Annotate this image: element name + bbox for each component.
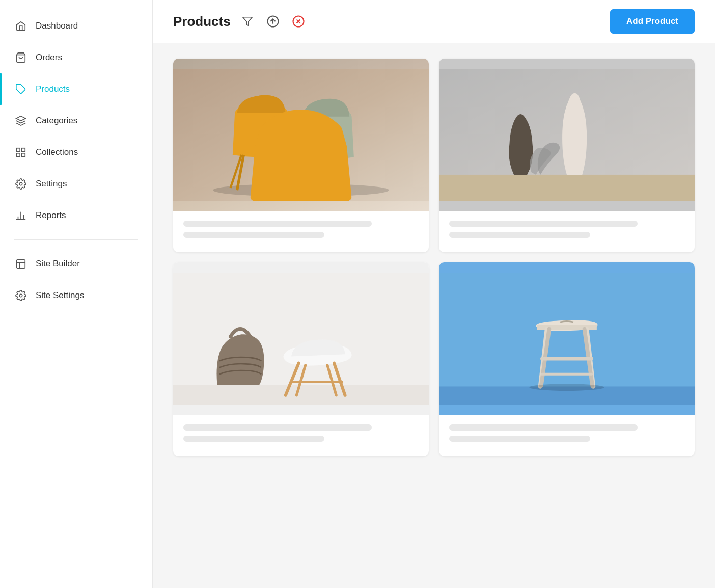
- tag-icon: [14, 83, 28, 96]
- svg-rect-32: [439, 175, 695, 201]
- svg-point-15: [19, 294, 22, 297]
- product-image-2: [439, 59, 695, 211]
- product-image-3: [173, 262, 429, 415]
- svg-rect-34: [173, 385, 429, 405]
- sidebar-item-site-settings[interactable]: Site Settings: [0, 280, 152, 311]
- sidebar-label-site-builder: Site Builder: [36, 259, 80, 269]
- product-title-1: [183, 221, 372, 227]
- svg-rect-23: [173, 69, 429, 201]
- sidebar-label-orders: Orders: [36, 52, 62, 63]
- layout-icon: [14, 257, 28, 271]
- sidebar-label-settings: Settings: [36, 179, 67, 189]
- svg-marker-2: [16, 116, 25, 121]
- sidebar-label-site-settings: Site Settings: [36, 290, 84, 301]
- sidebar-divider: [14, 239, 138, 240]
- svg-line-28: [281, 155, 290, 187]
- sidebar-label-reports: Reports: [36, 210, 66, 221]
- page-title: Products: [173, 14, 231, 30]
- svg-line-26: [279, 155, 284, 190]
- sidebar-item-categories[interactable]: Categories: [0, 105, 152, 137]
- export-button[interactable]: [264, 13, 282, 30]
- sidebar-item-products[interactable]: Products: [0, 73, 152, 105]
- product-grid: [153, 43, 715, 471]
- product-card-4[interactable]: [439, 262, 695, 456]
- gear-icon: [14, 177, 28, 191]
- svg-rect-4: [22, 148, 25, 151]
- gear-outline-icon: [14, 289, 28, 302]
- add-product-button[interactable]: Add Product: [610, 9, 695, 34]
- product-info-4: [439, 415, 695, 456]
- sidebar-item-collections[interactable]: Collections: [0, 137, 152, 168]
- product-info-1: [173, 211, 429, 252]
- filter-button[interactable]: [239, 13, 256, 30]
- main-content: Products: [153, 0, 715, 588]
- product-card-1[interactable]: [173, 59, 429, 252]
- cart-icon: [14, 51, 28, 64]
- page-header: Products: [153, 0, 715, 43]
- svg-point-49: [529, 384, 604, 391]
- sidebar-item-orders[interactable]: Orders: [0, 42, 152, 73]
- sidebar-item-site-builder[interactable]: Site Builder: [0, 248, 152, 280]
- product-info-3: [173, 415, 429, 456]
- product-title-4: [449, 424, 638, 431]
- sidebar: Dashboard Orders Products: [0, 0, 153, 588]
- product-title-2: [449, 221, 638, 227]
- svg-rect-5: [17, 153, 20, 156]
- svg-rect-3: [17, 148, 20, 151]
- sidebar-label-categories: Categories: [36, 116, 77, 126]
- bar-chart-icon: [14, 209, 28, 222]
- svg-line-29: [303, 157, 310, 192]
- product-subtitle-1: [183, 232, 324, 238]
- sidebar-label-dashboard: Dashboard: [36, 21, 78, 31]
- sidebar-label-collections: Collections: [36, 147, 78, 157]
- svg-point-7: [19, 182, 22, 185]
- product-subtitle-4: [449, 436, 590, 442]
- sidebar-item-reports[interactable]: Reports: [0, 200, 152, 231]
- product-info-2: [439, 211, 695, 252]
- sidebar-item-settings[interactable]: Settings: [0, 168, 152, 200]
- svg-rect-33: [173, 273, 429, 405]
- grid-icon: [14, 146, 28, 159]
- sidebar-label-products: Products: [36, 84, 70, 94]
- product-subtitle-3: [183, 436, 324, 442]
- product-title-3: [183, 424, 372, 431]
- svg-rect-12: [17, 260, 25, 269]
- product-card-2[interactable]: [439, 59, 695, 252]
- svg-rect-6: [22, 153, 25, 156]
- svg-marker-16: [243, 17, 252, 26]
- sidebar-item-dashboard[interactable]: Dashboard: [0, 10, 152, 42]
- home-icon: [14, 19, 28, 33]
- product-card-3[interactable]: [173, 262, 429, 456]
- product-subtitle-2: [449, 232, 590, 238]
- svg-line-30: [343, 157, 347, 192]
- product-image-4: [439, 262, 695, 415]
- layers-icon: [14, 114, 28, 127]
- header-left: Products: [173, 13, 307, 30]
- product-image-1: [173, 59, 429, 211]
- close-button[interactable]: [290, 13, 307, 30]
